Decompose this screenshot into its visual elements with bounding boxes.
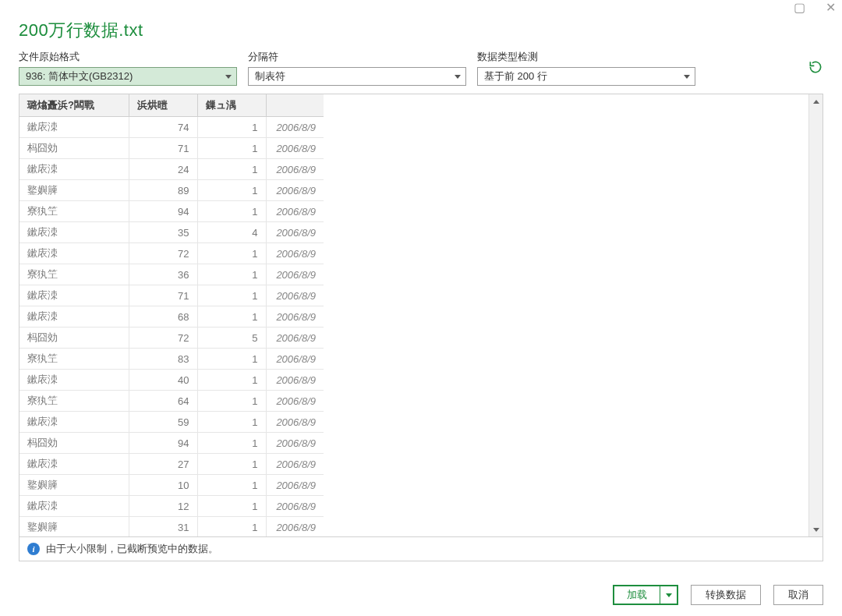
delimiter-dropdown[interactable]: 制表符 [248, 67, 466, 86]
table-row[interactable]: 鏉庡洓7112006/8/9 [19, 285, 324, 306]
table-row[interactable]: 鏉庡洓7412006/8/9 [19, 117, 324, 138]
detection-dropdown[interactable]: 基于前 200 行 [477, 67, 695, 86]
cell: 寮犱笁 [19, 264, 129, 285]
cell: 2006/8/9 [266, 412, 324, 433]
table-row[interactable]: 鏉庡洓5912006/8/9 [19, 412, 324, 433]
table-row[interactable]: 寮犱笁6412006/8/9 [19, 391, 324, 412]
cell: 5 [197, 327, 266, 349]
cell: 1 [197, 517, 266, 537]
cell: 1 [197, 117, 266, 138]
table-row[interactable]: 杩囧効9412006/8/9 [19, 433, 324, 454]
cell: 12 [129, 496, 197, 517]
cell: 鏉庡洓 [19, 454, 129, 475]
cell: 1 [197, 391, 266, 412]
cell: 31 [129, 517, 197, 537]
table-row[interactable]: 杩囧効7252006/8/9 [19, 327, 324, 349]
table-row[interactable]: 鏉庡洓4012006/8/9 [19, 370, 324, 391]
cell: 2006/8/9 [266, 475, 324, 496]
table-row[interactable]: 鏉庡洓2712006/8/9 [19, 454, 324, 475]
cell: 24 [129, 159, 197, 180]
table-row[interactable]: 杩囧効7112006/8/9 [19, 138, 324, 159]
cell: 68 [129, 306, 197, 327]
delimiter-value: 制表符 [255, 69, 285, 83]
info-bar: i 由于大小限制，已截断预览中的数据。 [19, 536, 823, 561]
preview-area: 璐熻矗浜?闆戰 浜烘暟 鏁ュ湡 鏉庡洓7412006/8/9杩囧効7112006… [19, 94, 823, 561]
scroll-down-arrow[interactable] [809, 522, 823, 536]
cell: 2006/8/9 [266, 370, 324, 391]
file-origin-value: 936: 简体中文(GB2312) [26, 69, 133, 83]
cell: 1 [197, 496, 266, 517]
load-button[interactable]: 加载 [614, 586, 660, 604]
column-header[interactable] [266, 94, 324, 117]
cell: 2006/8/9 [266, 180, 324, 201]
table-row[interactable]: 寮犱笁3612006/8/9 [19, 264, 324, 285]
cell: 4 [197, 222, 266, 243]
cell: 2006/8/9 [266, 327, 324, 349]
cell: 鏉庡洓 [19, 243, 129, 264]
cell: 72 [129, 243, 197, 264]
detection-label: 数据类型检测 [477, 50, 695, 64]
cell: 35 [129, 222, 197, 243]
table-row[interactable]: 鏉庡洓6812006/8/9 [19, 306, 324, 327]
cell: 2006/8/9 [266, 391, 324, 412]
transform-button[interactable]: 转换数据 [691, 585, 761, 605]
cell: 寮犱笁 [19, 349, 129, 370]
load-dropdown-arrow[interactable] [660, 586, 677, 604]
cell: 杩囧効 [19, 433, 129, 454]
table-row[interactable]: 鏉庡洓2412006/8/9 [19, 159, 324, 180]
cell: 1 [197, 264, 266, 285]
cell: 74 [129, 117, 197, 138]
refresh-icon[interactable] [808, 59, 823, 75]
cell: 鏉庡洓 [19, 159, 129, 180]
cell: 2006/8/9 [266, 159, 324, 180]
chevron-down-icon [225, 75, 232, 79]
cell: 鏉庡洓 [19, 222, 129, 243]
cell: 杩囧効 [19, 327, 129, 349]
cell: 71 [129, 138, 197, 159]
cell: 1 [197, 285, 266, 306]
cell: 1 [197, 306, 266, 327]
cancel-button[interactable]: 取消 [773, 585, 823, 605]
cell: 2006/8/9 [266, 222, 324, 243]
table-row[interactable]: 鐜嬩簲3112006/8/9 [19, 517, 324, 537]
cell: 鐜嬩簲 [19, 475, 129, 496]
file-origin-dropdown[interactable]: 936: 简体中文(GB2312) [19, 67, 237, 86]
cell: 1 [197, 412, 266, 433]
cell: 寮犱笁 [19, 201, 129, 222]
cell: 1 [197, 370, 266, 391]
cell: 2006/8/9 [266, 496, 324, 517]
table-row[interactable]: 鐜嬩簲1012006/8/9 [19, 475, 324, 496]
table-row[interactable]: 寮犱笁8312006/8/9 [19, 349, 324, 370]
cell: 2006/8/9 [266, 349, 324, 370]
cell: 1 [197, 349, 266, 370]
cell: 40 [129, 370, 197, 391]
detection-value: 基于前 200 行 [484, 69, 547, 83]
cell: 72 [129, 327, 197, 349]
cell: 64 [129, 391, 197, 412]
column-header[interactable]: 鏁ュ湡 [197, 94, 266, 117]
close-icon[interactable]: ✕ [823, 0, 837, 14]
cell: 1 [197, 475, 266, 496]
cell: 71 [129, 285, 197, 306]
cell: 27 [129, 454, 197, 475]
maximize-icon[interactable]: ▢ [792, 0, 806, 14]
table-row[interactable]: 鏉庡洓7212006/8/9 [19, 243, 324, 264]
cell: 89 [129, 180, 197, 201]
table-row[interactable]: 寮犱笁9412006/8/9 [19, 201, 324, 222]
table-row[interactable]: 鐜嬩簲8912006/8/9 [19, 180, 324, 201]
vertical-scrollbar[interactable] [808, 94, 823, 536]
table-row[interactable]: 鏉庡洓1212006/8/9 [19, 496, 324, 517]
file-origin-label: 文件原始格式 [19, 50, 237, 64]
scroll-up-arrow[interactable] [809, 94, 823, 108]
cell: 94 [129, 433, 197, 454]
chevron-down-icon [455, 75, 461, 79]
cell: 2006/8/9 [266, 201, 324, 222]
column-header[interactable]: 璐熻矗浜?闆戰 [19, 94, 129, 117]
cell: 2006/8/9 [266, 264, 324, 285]
cell: 2006/8/9 [266, 138, 324, 159]
cell: 2006/8/9 [266, 517, 324, 537]
column-header[interactable]: 浜烘暟 [129, 94, 197, 117]
cell: 36 [129, 264, 197, 285]
table-row[interactable]: 鏉庡洓3542006/8/9 [19, 222, 324, 243]
cell: 2006/8/9 [266, 433, 324, 454]
